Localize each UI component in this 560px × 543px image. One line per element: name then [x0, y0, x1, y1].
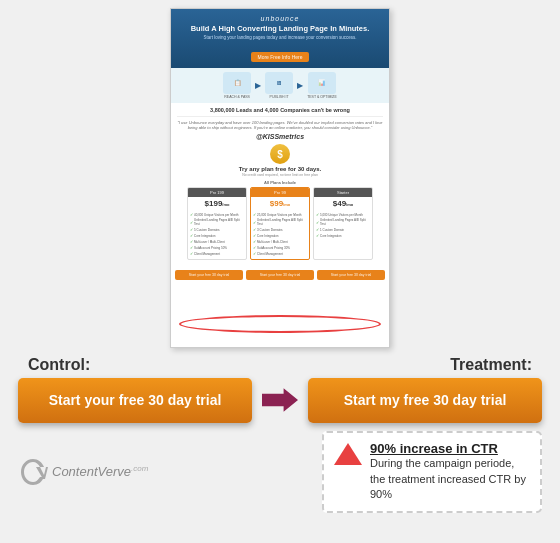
icon-reach: 📋 REACH & PASS	[223, 72, 251, 99]
stat-text-content: 90% increase in CTR During the campaign …	[370, 441, 530, 503]
plan-starter-header: Starter	[314, 188, 372, 197]
plan-pro99: Pro 99 $99/mo ✓25,000 Unique Visitors pe…	[250, 187, 310, 260]
main-container: unbounce Build A High Converting Landing…	[0, 0, 560, 543]
optimize-label: TEST & OPTIMIZE	[307, 95, 337, 99]
treatment-button[interactable]: Start my free 30 day trial	[308, 378, 542, 423]
oval-highlight	[179, 315, 381, 333]
plan-starter-features: ✓5,000 Unique Visitors per Month ✓Unlimi…	[314, 210, 372, 259]
buttons-row: Start your free 30 day trial Start my fr…	[8, 378, 552, 423]
lp-cta-starter[interactable]: Start your free 30 day trial	[317, 270, 385, 280]
control-label: Control:	[28, 356, 90, 374]
plan-pro99-features: ✓25,000 Unique Visitors per Month ✓Unlim…	[251, 210, 309, 259]
all-plans-text: All Plans Include	[177, 180, 383, 185]
stat-title: 90% increase in CTR	[370, 441, 530, 457]
publish-icon: 🖥	[265, 72, 293, 94]
lp-cta-buttons: Start your free 30 day trial Start your …	[171, 266, 389, 282]
bottom-info-row: ContentVerve.com 90% increase in CTR Dur…	[8, 431, 552, 513]
lp-title: Build A High Converting Landing Page In …	[175, 24, 385, 33]
plan-starter: Starter $49/mo ✓5,000 Unique Visitors pe…	[313, 187, 373, 260]
lp-plan-row: Pro 199 $199/mo ✓40,000 Unique Visitors …	[177, 187, 383, 262]
plan-pro199: Pro 199 $199/mo ✓40,000 Unique Visitors …	[187, 187, 247, 260]
icon-publish: 🖥 PUBLISH IT	[265, 72, 293, 99]
lp-stats: 3,800,000 Leads and 4,000 Companies can'…	[177, 107, 383, 117]
labels-row: Control: Treatment:	[8, 356, 552, 374]
lp-cta-top-button[interactable]: More Free Info Here	[251, 52, 308, 62]
kiss-brand: KISSmetrics	[263, 133, 304, 140]
stat-description: During the campaign periode, the treatme…	[370, 456, 530, 502]
plan-pro199-features: ✓40,000 Unique Visitors per Month ✓Unlim…	[188, 210, 246, 259]
stat-up-arrow-icon	[334, 443, 362, 465]
arrow-icon-2: ▶	[297, 81, 303, 90]
lp-cta-control[interactable]: Start your free 30 day trial	[175, 270, 243, 280]
lp-trial-text: Try any plan free for 30 days.	[177, 166, 383, 172]
svg-marker-0	[262, 389, 298, 412]
lp-kissmetrics: @KISSmetrics	[177, 133, 383, 140]
kiss-text: @	[256, 133, 263, 140]
bottom-section: Control: Treatment: Start your free 30 d…	[8, 356, 552, 535]
stat-box: 90% increase in CTR During the campaign …	[322, 431, 542, 513]
dollar-icon: $	[270, 144, 290, 164]
publish-label: PUBLISH IT	[270, 95, 289, 99]
plan-pro99-header: Pro 99	[251, 188, 309, 197]
lp-middle: 3,800,000 Leads and 4,000 Companies can'…	[171, 103, 389, 266]
lp-trial-sub: No credit card required, no time limit o…	[177, 173, 383, 177]
optimize-icon: 📊	[308, 72, 336, 94]
lp-quote: "I use Unbounce everyday and have over 1…	[177, 120, 383, 131]
arrow-icon-1: ▶	[255, 81, 261, 90]
landing-page-preview: unbounce Build A High Converting Landing…	[170, 8, 390, 348]
lp-subtitle: Start loving your landing pages today an…	[175, 35, 385, 41]
lp-header: unbounce Build A High Converting Landing…	[171, 9, 389, 68]
lp-logo: unbounce	[175, 15, 385, 22]
treatment-label: Treatment:	[450, 356, 532, 374]
reach-icon: 📋	[223, 72, 251, 94]
control-button[interactable]: Start your free 30 day trial	[18, 378, 252, 423]
content-verve-name: ContentVerve.com	[52, 464, 148, 479]
icon-optimize: 📊 TEST & OPTIMIZE	[307, 72, 337, 99]
plan-pro199-header: Pro 199	[188, 188, 246, 197]
arrow-container	[260, 385, 300, 415]
content-verve-icon	[18, 457, 48, 487]
plan-pro99-price: $99/mo	[251, 197, 309, 210]
plan-starter-price: $49/mo	[314, 197, 372, 210]
reach-label: REACH & PASS	[224, 95, 250, 99]
lp-cta-featured[interactable]: Start your free 30 day trial	[246, 270, 314, 280]
lp-icons-row: 📋 REACH & PASS ▶ 🖥 PUBLISH IT ▶ 📊 TEST &…	[171, 68, 389, 103]
content-verve-logo: ContentVerve.com	[18, 457, 148, 487]
arrow-right-icon	[262, 385, 298, 415]
plan-pro199-price: $199/mo	[188, 197, 246, 210]
